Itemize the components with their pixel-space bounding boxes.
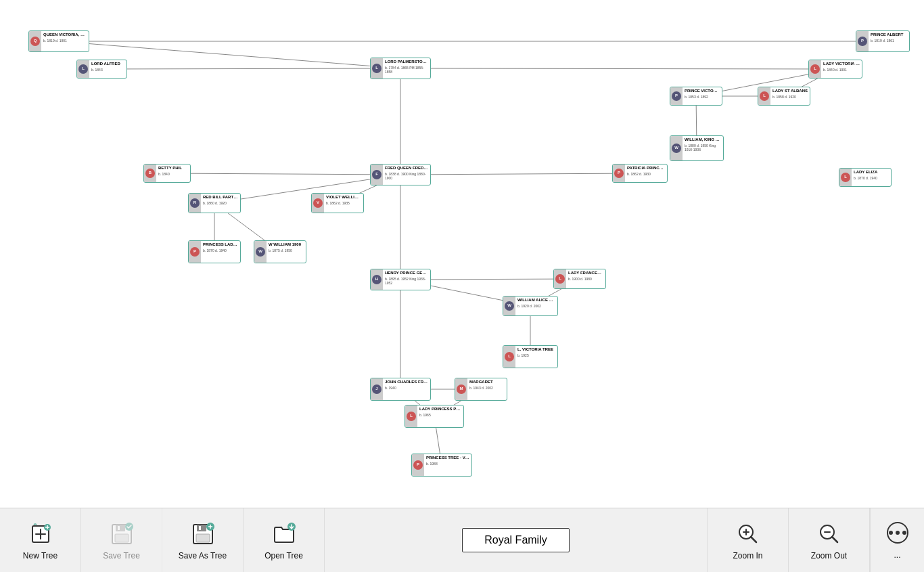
person-info: PRINCE ALBERTb. 1819 d. 1861	[869, 31, 909, 51]
svg-line-3	[400, 68, 835, 69]
person-card-n6[interactable]: PPRINCE VICTOR PHILb. 1853 d. 1892	[670, 87, 722, 106]
open-tree-button[interactable]: Open Tree	[244, 508, 325, 572]
person-info: PRINCESS LADY SOPHIAb. 1870 d. 1940	[201, 241, 240, 263]
person-name: LADY PRINCESS PHIL FREDERICA PRINCE	[419, 407, 461, 412]
save-tree-label: Save Tree	[103, 551, 140, 560]
svg-line-52	[832, 537, 837, 542]
person-details: b. 1862 d. 1930	[627, 172, 665, 177]
person-info: HENRY PRINCE GEORGE KINGb. 1895 d. 1952 …	[383, 269, 430, 290]
person-card-n21[interactable]: JJOHN CHARLES FREDERICAb. 1940	[370, 378, 431, 401]
person-card-n24[interactable]: PPRINCESS TREE - VICTORIA FREDERICA PRIN…	[411, 454, 472, 477]
person-name: LORD ALFRED	[91, 62, 124, 67]
toolbar: New Tree Save Tree	[0, 508, 924, 572]
person-details: b. 1838 d. 1900 King 1880-1900	[385, 172, 428, 181]
person-card-n3[interactable]: LLORD ALFREDb. 1843	[76, 60, 127, 79]
person-details: b. 1860 d. 1920	[203, 201, 238, 206]
person-details: b. 1862 d. 1935	[326, 201, 361, 206]
avatar-circle: L	[78, 64, 88, 74]
person-card-n20[interactable]: LL. VICTORIA TREEb. 1925	[503, 345, 558, 368]
save-tree-button[interactable]: Save Tree	[81, 508, 162, 572]
person-name: QUEEN VICTORIA, 1861	[43, 32, 87, 38]
person-details: b. 1965	[419, 413, 461, 418]
svg-rect-40	[196, 534, 210, 542]
person-info: PRINCE VICTOR PHILb. 1853 d. 1892	[683, 87, 722, 105]
zoom-section: Zoom In Zoom Out	[707, 508, 870, 572]
person-card-n13[interactable]: RRED BILL PARTRIDGEb. 1860 d. 1920	[188, 193, 241, 213]
zoom-in-button[interactable]: Zoom In	[708, 508, 789, 572]
more-icon	[885, 521, 910, 548]
avatar: P	[856, 31, 869, 51]
avatar-circle: P	[190, 247, 200, 257]
person-card-n1[interactable]: QQUEEN VICTORIA, 1861b. 1819 d. 1901	[28, 30, 89, 52]
person-card-n16[interactable]: WW WILLIAM 1900b. 1875 d. 1950	[254, 240, 306, 263]
person-card-n10[interactable]: BBETTY PHILb. 1840	[143, 164, 191, 183]
avatar-circle: L	[372, 64, 382, 73]
zoom-out-button[interactable]: Zoom Out	[789, 508, 870, 572]
person-details: b. 1840	[158, 172, 188, 177]
person-card-n17[interactable]: HHENRY PRINCE GEORGE KINGb. 1895 d. 1952…	[370, 269, 431, 290]
new-tree-button[interactable]: New Tree	[0, 508, 81, 572]
person-info: LADY ST ALBANSb. 1858 d. 1920	[770, 87, 810, 105]
person-card-n15[interactable]: PPRINCESS LADY SOPHIAb. 1870 d. 1940	[188, 240, 241, 263]
person-card-n4[interactable]: LLORD PALMERSTON TREEb. 1784 d. 1865 PM …	[370, 58, 431, 79]
person-name: LADY ST ALBANS	[772, 89, 808, 94]
toolbar-center: Royal Family	[325, 508, 707, 572]
person-info: LADY VICTORIA - 1901b. 1840 d. 1901	[821, 60, 862, 78]
avatar: P	[613, 164, 625, 182]
person-name: LADY FRANCES CULLY	[568, 271, 603, 276]
person-name: PRINCESS LADY SOPHIA	[203, 242, 238, 248]
avatar: L	[503, 346, 515, 368]
tree-canvas[interactable]: QQUEEN VICTORIA, 1861b. 1819 d. 1901PPRI…	[0, 0, 924, 508]
person-card-n2[interactable]: PPRINCE ALBERTb. 1819 d. 1861	[856, 30, 910, 52]
avatar-circle: H	[372, 275, 382, 284]
svg-point-55	[902, 531, 906, 535]
svg-rect-34	[115, 534, 129, 542]
person-card-n8[interactable]: WWILLIAM, KING BILLb. 1880 d. 1950 King …	[670, 135, 724, 161]
svg-point-54	[896, 531, 900, 535]
person-name: LORD PALMERSTON TREE	[385, 60, 428, 65]
avatar: L	[405, 405, 417, 427]
person-info: LADY PRINCESS PHIL FREDERICA PRINCEb. 19…	[417, 405, 463, 427]
svg-line-10	[400, 173, 640, 175]
person-info: W WILLIAM 1900b. 1875 d. 1950	[267, 241, 306, 263]
person-card-n19[interactable]: WWILLIAM ALICE BILLb. 1920 d. 2002	[503, 296, 558, 316]
person-card-n7[interactable]: LLADY ST ALBANSb. 1858 d. 1920	[758, 87, 810, 106]
avatar: V	[312, 194, 324, 213]
person-card-n9[interactable]: LLADY ELIZAb. 1870 d. 1940	[839, 168, 892, 187]
person-info: VIOLET WELLINGTONb. 1862 d. 1935	[324, 194, 363, 213]
person-name: PRINCE VICTOR PHIL	[685, 89, 720, 94]
avatar-circle: W	[672, 144, 681, 153]
person-details: b. 1940	[385, 386, 428, 391]
person-details: b. 1853 d. 1892	[685, 95, 720, 100]
open-tree-icon	[270, 520, 298, 548]
person-card-n11[interactable]: FFRED QUEEN FRED KINGb. 1838 d. 1900 Kin…	[370, 164, 431, 185]
person-card-n22[interactable]: MMARGARETb. 1943 d. 2002	[455, 378, 507, 401]
person-info: FRED QUEEN FRED KINGb. 1838 d. 1900 King…	[383, 164, 430, 185]
avatar-circle: M	[457, 384, 466, 394]
person-name: FRED QUEEN FRED KING	[385, 166, 428, 171]
person-info: WILLIAM, KING BILLb. 1880 d. 1950 King 1…	[683, 136, 723, 160]
avatar: L	[758, 87, 770, 105]
avatar: B	[144, 164, 156, 182]
person-details: b. 1880 d. 1950 King 1910-1936	[685, 144, 721, 152]
svg-point-53	[889, 531, 893, 535]
avatar-circle: R	[190, 198, 200, 208]
person-card-n12[interactable]: PPATRICIA PRINCE QUEEN Ib. 1862 d. 1930	[612, 164, 668, 183]
person-info: MARGARETb. 1943 d. 2002	[467, 378, 507, 400]
person-card-n5[interactable]: LLADY VICTORIA - 1901b. 1840 d. 1901	[808, 60, 862, 79]
zoom-in-icon	[734, 520, 762, 548]
open-tree-label: Open Tree	[264, 551, 303, 560]
more-button[interactable]: ...	[870, 508, 924, 572]
person-name: PRINCESS TREE - VICTORIA FREDERICA PRINC…	[426, 456, 469, 461]
person-card-n23[interactable]: LLADY PRINCESS PHIL FREDERICA PRINCEb. 1…	[405, 405, 464, 428]
zoom-in-label: Zoom In	[733, 551, 762, 560]
avatar-circle: P	[858, 37, 867, 46]
avatar: W	[254, 241, 267, 263]
avatar-circle: L	[810, 64, 820, 74]
person-card-n14[interactable]: VVIOLET WELLINGTONb. 1862 d. 1935	[311, 193, 364, 213]
person-name: LADY ELIZA	[854, 170, 889, 175]
avatar: P	[189, 241, 201, 263]
person-details: b. 1843	[91, 68, 124, 72]
save-as-tree-button[interactable]: Save As Tree	[162, 508, 244, 572]
person-card-n18[interactable]: LLADY FRANCES CULLYb. 1900 d. 1980	[553, 269, 606, 289]
